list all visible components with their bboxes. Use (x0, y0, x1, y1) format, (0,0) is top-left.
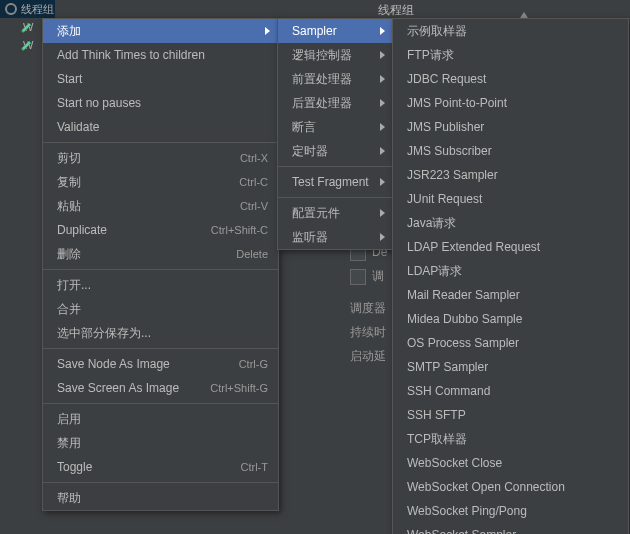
form-label: 调度器 (350, 296, 387, 320)
sampler-option[interactable]: JSR223 Sampler (393, 163, 628, 187)
menu-item-logic[interactable]: 逻辑控制器 (278, 43, 393, 67)
menu-item-disable[interactable]: 禁用 (43, 431, 278, 455)
submenu-arrow-icon (380, 99, 385, 107)
form-label: 启动延 (350, 344, 387, 368)
menu-item-delete[interactable]: 删除Delete (43, 242, 278, 266)
menu-separator (43, 348, 278, 349)
menu-item-thinktimes[interactable]: Add Think Times to children (43, 43, 278, 67)
menu-item-enable[interactable]: 启用 (43, 407, 278, 431)
submenu-arrow-icon (380, 233, 385, 241)
menu-separator (278, 197, 393, 198)
gear-icon (4, 2, 18, 16)
submenu-arrow-icon (380, 178, 385, 186)
menu-separator (43, 142, 278, 143)
menu-item-duplicate[interactable]: DuplicateCtrl+Shift-C (43, 218, 278, 242)
sampler-option[interactable]: WebSocket Open Connection (393, 475, 628, 499)
sampler-option[interactable]: FTP请求 (393, 43, 628, 67)
tree-node-threadgroup[interactable]: 线程组 (0, 0, 55, 18)
menu-item-open[interactable]: 打开... (43, 273, 278, 297)
submenu-arrow-icon (380, 51, 385, 59)
sampler-option[interactable]: LDAP请求 (393, 259, 628, 283)
menu-item-merge[interactable]: 合并 (43, 297, 278, 321)
sampler-option[interactable]: JMS Publisher (393, 115, 628, 139)
sampler-option[interactable]: LDAP Extended Request (393, 235, 628, 259)
submenu-arrow-icon (265, 27, 270, 35)
menu-item-start[interactable]: Start (43, 67, 278, 91)
sampler-option[interactable]: TCP取样器 (393, 427, 628, 451)
menu-item-timer[interactable]: 定时器 (278, 139, 393, 163)
menu-item-save-node-image[interactable]: Save Node As ImageCtrl-G (43, 352, 278, 376)
tree-label: 线程组 (21, 2, 54, 17)
sampler-option[interactable]: JMS Subscriber (393, 139, 628, 163)
menu-item-listener[interactable]: 监听器 (278, 225, 393, 249)
menu-item-paste[interactable]: 粘贴Ctrl-V (43, 194, 278, 218)
sampler-option[interactable]: Mail Reader Sampler (393, 283, 628, 307)
thread-group-form: De 调 调度器 持续时 启动延 (350, 240, 387, 368)
menu-item-toggle[interactable]: ToggleCtrl-T (43, 455, 278, 479)
submenu-arrow-icon (380, 147, 385, 155)
menu-item-cut[interactable]: 剪切Ctrl-X (43, 146, 278, 170)
menu-separator (43, 269, 278, 270)
menu-item-testfragment[interactable]: Test Fragment (278, 170, 393, 194)
sampler-option[interactable]: SSH Command (393, 379, 628, 403)
submenu-sampler: 示例取样器 FTP请求 JDBC Request JMS Point-to-Po… (392, 18, 629, 534)
sampler-option[interactable]: WebSocket Sampler (393, 523, 628, 534)
menu-item-assertion[interactable]: 断言 (278, 115, 393, 139)
menu-item-start-no-pauses[interactable]: Start no pauses (43, 91, 278, 115)
sampler-option[interactable]: OS Process Sampler (393, 331, 628, 355)
menu-item-save-selection[interactable]: 选中部分保存为... (43, 321, 278, 345)
sampler-option[interactable]: WebSocket Close (393, 451, 628, 475)
menu-separator (43, 403, 278, 404)
sampler-option[interactable]: JUnit Request (393, 187, 628, 211)
menu-item-add[interactable]: 添加 (43, 19, 278, 43)
menu-separator (278, 166, 393, 167)
menu-item-config[interactable]: 配置元件 (278, 201, 393, 225)
sampler-option[interactable]: JMS Point-to-Point (393, 91, 628, 115)
sampler-option[interactable]: Java请求 (393, 211, 628, 235)
sampler-option[interactable]: SSH SFTP (393, 403, 628, 427)
form-label: 调 (372, 269, 384, 283)
menu-item-save-screen-image[interactable]: Save Screen As ImageCtrl+Shift-G (43, 376, 278, 400)
context-menu: 添加 Add Think Times to children Start Sta… (42, 18, 279, 511)
menu-item-help[interactable]: 帮助 (43, 486, 278, 510)
submenu-add: Sampler 逻辑控制器 前置处理器 后置处理器 断言 定时器 Test Fr… (277, 18, 394, 250)
submenu-arrow-icon (380, 123, 385, 131)
sampler-option[interactable]: JDBC Request (393, 67, 628, 91)
submenu-arrow-icon (380, 75, 385, 83)
sampler-option[interactable]: Midea Dubbo Sample (393, 307, 628, 331)
sampler-option[interactable]: WebSocket Ping/Pong (393, 499, 628, 523)
form-label: 持续时 (350, 320, 387, 344)
menu-separator (43, 482, 278, 483)
sampler-option[interactable]: SMTP Sampler (393, 355, 628, 379)
menu-item-postprocessor[interactable]: 后置处理器 (278, 91, 393, 115)
pencil-icon (20, 38, 34, 52)
submenu-arrow-icon (380, 27, 385, 35)
menu-item-sampler[interactable]: Sampler (278, 19, 393, 43)
sampler-option[interactable]: 示例取样器 (393, 19, 628, 43)
submenu-arrow-icon (380, 209, 385, 217)
menu-item-validate[interactable]: Validate (43, 115, 278, 139)
menu-item-copy[interactable]: 复制Ctrl-C (43, 170, 278, 194)
checkbox-icon[interactable] (350, 269, 366, 285)
pencil-icon (20, 20, 34, 34)
header-title: 线程组 (378, 2, 414, 19)
menu-item-preprocessor[interactable]: 前置处理器 (278, 67, 393, 91)
